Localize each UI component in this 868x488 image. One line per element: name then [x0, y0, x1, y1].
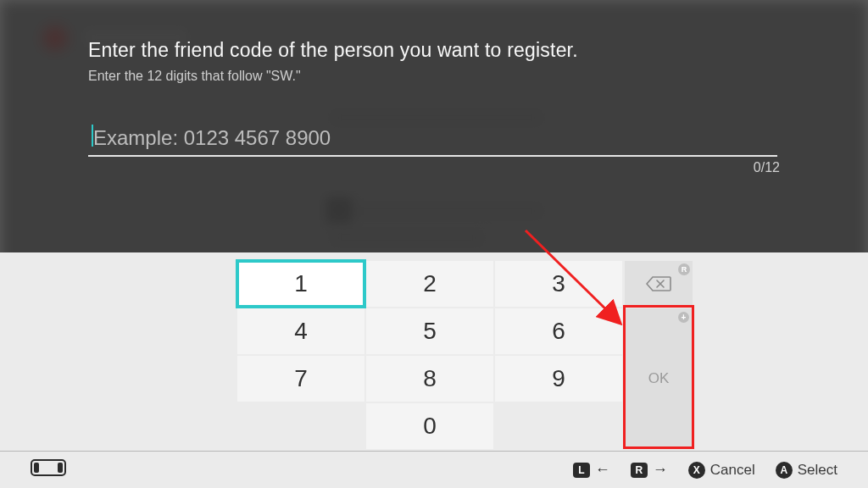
char-counter: 0/12	[754, 160, 780, 175]
controller-icon	[31, 459, 66, 476]
hint-l-left: L ←	[573, 461, 610, 479]
key-2[interactable]: 2	[366, 261, 493, 307]
key-3[interactable]: 3	[495, 261, 622, 307]
r-shoulder-badge: R	[678, 263, 690, 275]
text-cursor	[92, 125, 93, 147]
numeric-keypad: 1 2 3 4 5 6 7 8 9 0	[237, 261, 622, 449]
l-button-icon: L	[573, 463, 590, 478]
page-subtitle: Enter the 12 digits that follow "SW."	[88, 69, 780, 84]
key-1[interactable]: 1	[237, 261, 364, 307]
right-arrow-icon: →	[653, 461, 668, 479]
plus-button-badge: +	[678, 312, 689, 323]
svg-rect-3	[58, 463, 63, 473]
key-4[interactable]: 4	[237, 308, 364, 354]
ok-key[interactable]: OK +	[625, 308, 693, 449]
r-button-icon: R	[631, 463, 648, 478]
cancel-label: Cancel	[710, 462, 755, 479]
key-7[interactable]: 7	[237, 356, 364, 402]
key-6[interactable]: 6	[495, 308, 622, 354]
key-0[interactable]: 0	[366, 403, 493, 449]
select-label: Select	[798, 462, 837, 479]
hint-r-right: R →	[631, 461, 668, 479]
a-button-icon: A	[776, 462, 793, 479]
friend-code-input[interactable]	[88, 123, 777, 157]
backspace-icon	[646, 276, 671, 291]
svg-rect-2	[34, 463, 39, 473]
key-8[interactable]: 8	[366, 356, 493, 402]
left-arrow-icon: ←	[595, 461, 610, 479]
hint-cancel[interactable]: X Cancel	[688, 462, 755, 479]
page-title: Enter the friend code of the person you …	[88, 39, 780, 62]
backspace-key[interactable]: R	[625, 261, 693, 307]
x-button-icon: X	[688, 462, 705, 479]
ok-label: OK	[648, 370, 670, 387]
key-9[interactable]: 9	[495, 356, 622, 402]
hint-select[interactable]: A Select	[776, 462, 837, 479]
key-5[interactable]: 5	[366, 308, 493, 354]
